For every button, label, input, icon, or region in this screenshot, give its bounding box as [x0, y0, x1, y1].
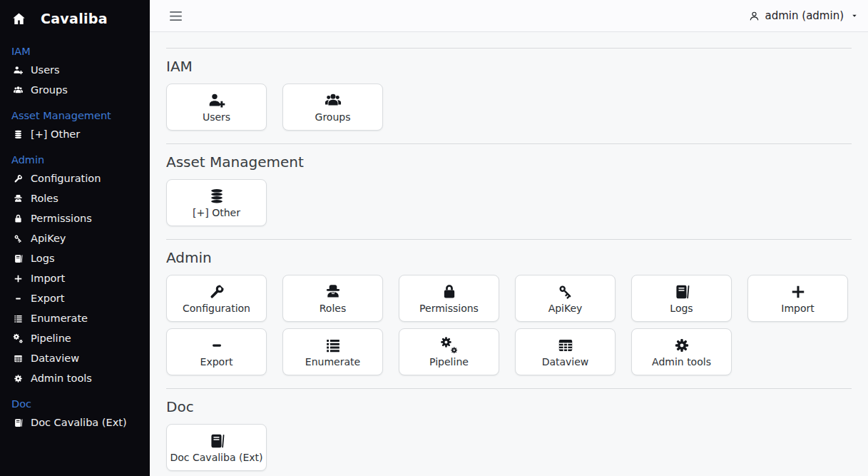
card-grid: ConfigurationRolesPermissionsApiKeyLogsI…	[166, 275, 852, 375]
card-permissions[interactable]: Permissions	[399, 275, 499, 322]
sidebar-section-title-iam: IAM	[11, 45, 138, 58]
card-import[interactable]: Import	[747, 275, 848, 322]
list-icon	[324, 336, 342, 355]
wrench-icon	[208, 283, 226, 301]
card-label: Groups	[315, 111, 351, 123]
section-title-doc: Doc	[166, 398, 852, 415]
sidebar-item-label: Dataview	[31, 353, 79, 365]
section-title-iam: IAM	[166, 58, 852, 75]
card-label: Permissions	[419, 303, 479, 314]
topbar: admin (admin)	[150, 0, 868, 32]
sidebar-item-configuration[interactable]: Configuration	[11, 168, 138, 188]
sidebar-item-label: Logs	[31, 253, 54, 265]
sidebar-section-title-admin: Admin	[11, 153, 138, 166]
card-label: Configuration	[183, 303, 250, 314]
journal-icon	[673, 283, 691, 301]
people-icon	[13, 85, 24, 96]
card-label: Dataview	[542, 356, 589, 368]
card-grid: UsersGroups	[166, 83, 852, 131]
incognito-icon	[13, 193, 24, 204]
card-dataview[interactable]: Dataview	[515, 328, 616, 375]
card-label: Admin tools	[652, 356, 711, 368]
sidebar-item-label: Roles	[31, 193, 58, 205]
sidebar-item-enumerate[interactable]: Enumerate	[11, 308, 138, 328]
card-grid: Doc Cavaliba (Ext)	[166, 424, 852, 471]
sidebar-section-title-asset-management: Asset Management	[11, 109, 138, 122]
sidebar-item-import[interactable]: Import	[11, 268, 138, 288]
person-plus-icon	[13, 65, 24, 76]
key-icon	[556, 283, 575, 301]
table-icon	[13, 353, 24, 364]
database-icon	[208, 187, 226, 206]
sidebar-item-apikey[interactable]: ApiKey	[11, 228, 138, 248]
sidebar-item-users[interactable]: Users	[11, 60, 138, 80]
card-users[interactable]: Users	[166, 83, 267, 131]
sidebar-item-label: Configuration	[31, 173, 101, 185]
sidebar-item-label: Doc Cavaliba (Ext)	[31, 417, 127, 429]
content: IAMUsersGroupsAsset Management[+] OtherA…	[150, 32, 868, 476]
section-divider	[166, 388, 852, 389]
sidebar-item-label: Export	[31, 293, 64, 305]
person-plus-icon	[208, 91, 226, 110]
dash-icon	[208, 336, 226, 355]
card-admin-tools[interactable]: Admin tools	[631, 328, 732, 375]
home-icon	[11, 11, 26, 26]
gears-icon	[13, 333, 24, 344]
app-root: Cavaliba IAMUsersGroupsAsset Management[…	[0, 0, 868, 476]
card-groups[interactable]: Groups	[282, 83, 383, 131]
sidebar-item-roles[interactable]: Roles	[11, 188, 138, 208]
sidebar-item-doc-cavaliba-ext[interactable]: Doc Cavaliba (Ext)	[11, 412, 138, 432]
sidebar-item-other[interactable]: [+] Other	[11, 124, 138, 144]
card-grid: [+] Other	[166, 179, 852, 226]
sidebar-item-label: Import	[31, 273, 65, 285]
hamburger-icon	[167, 9, 185, 24]
card-enumerate[interactable]: Enumerate	[282, 328, 383, 375]
caret-down-icon	[851, 12, 858, 19]
key-icon	[13, 233, 24, 244]
sidebar-item-label: Permissions	[31, 213, 92, 225]
card-apikey[interactable]: ApiKey	[515, 275, 616, 322]
sidebar-item-groups[interactable]: Groups	[11, 80, 138, 100]
sidebar-item-logs[interactable]: Logs	[11, 248, 138, 268]
sidebar-item-pipeline[interactable]: Pipeline	[11, 328, 138, 348]
plus-icon	[13, 273, 24, 284]
card-pipeline[interactable]: Pipeline	[399, 328, 499, 375]
table-icon	[556, 336, 575, 355]
section-doc: DocDoc Cavaliba (Ext)	[166, 388, 852, 471]
brand-title: Cavaliba	[41, 11, 108, 26]
menu-toggle-button[interactable]	[167, 7, 185, 25]
sidebar-item-dataview[interactable]: Dataview	[11, 348, 138, 368]
lock-icon	[440, 283, 459, 301]
card-export[interactable]: Export	[166, 328, 267, 375]
journal-icon	[208, 432, 226, 450]
sidebar-item-label: Admin tools	[31, 373, 92, 385]
sidebar-item-admin-tools[interactable]: Admin tools	[11, 368, 138, 388]
list-icon	[13, 313, 24, 324]
card-other[interactable]: [+] Other	[166, 179, 267, 226]
card-label: Import	[781, 303, 814, 314]
card-label: Users	[203, 111, 230, 123]
section-iam: IAMUsersGroups	[166, 48, 852, 131]
user-label: admin (admin)	[765, 9, 844, 22]
sidebar-section-title-doc: Doc	[11, 397, 138, 410]
card-doc-cavaliba-ext[interactable]: Doc Cavaliba (Ext)	[166, 424, 267, 471]
sidebar-item-export[interactable]: Export	[11, 288, 138, 308]
sidebar-item-label: Pipeline	[31, 333, 71, 345]
main-area: admin (admin) IAMUsersGroupsAsset Manage…	[150, 0, 868, 476]
gear-icon	[13, 373, 24, 384]
card-configuration[interactable]: Configuration	[166, 275, 267, 322]
card-label: [+] Other	[193, 207, 240, 218]
card-label: Enumerate	[305, 356, 360, 368]
brand[interactable]: Cavaliba	[11, 11, 138, 26]
sidebar-item-label: Enumerate	[31, 313, 88, 325]
user-menu[interactable]: admin (admin)	[748, 9, 858, 22]
sidebar-item-permissions[interactable]: Permissions	[11, 208, 138, 228]
person-icon	[748, 10, 760, 22]
database-icon	[13, 129, 24, 140]
journal-icon	[13, 417, 24, 428]
gear-icon	[673, 336, 691, 355]
card-logs[interactable]: Logs	[631, 275, 732, 322]
card-roles[interactable]: Roles	[282, 275, 383, 322]
sidebar: Cavaliba IAMUsersGroupsAsset Management[…	[0, 0, 150, 476]
dash-icon	[13, 293, 24, 304]
